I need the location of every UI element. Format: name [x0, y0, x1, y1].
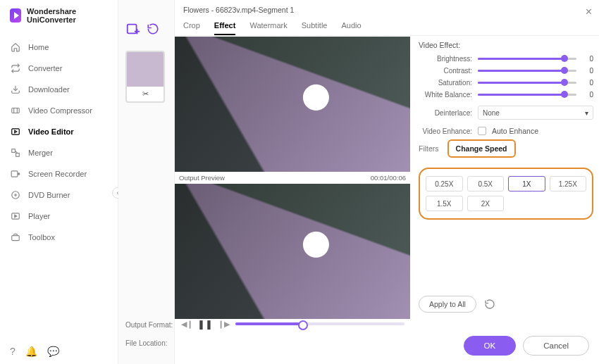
speed-1X[interactable]: 1X [508, 176, 545, 192]
auto-enhance-text: Auto Enhance [492, 127, 538, 135]
effect-slider-1[interactable] [478, 70, 576, 72]
video-effect-heading: Video Effect: [419, 41, 593, 49]
svg-point-11 [12, 192, 20, 199]
sidebar-item-record[interactable]: Screen Recorder [0, 163, 118, 184]
preview-area: Output Preview 00:01/00:06 [175, 37, 410, 319]
reset-icon[interactable] [483, 298, 496, 310]
deinterlace-value: None [483, 109, 500, 117]
speed-options: 0.25X0.5X1X1.25X1.5X2X [419, 168, 593, 220]
tab-subtitle[interactable]: Subtitle [302, 21, 328, 35]
effect-slider-label: Contrast: [419, 67, 472, 75]
sidebar-item-convert[interactable]: Converter [0, 58, 118, 79]
sidebar-nav: HomeConverterDownloaderVideo CompressorV… [0, 37, 118, 248]
sidebar-item-label: Video Editor [28, 127, 74, 136]
svg-rect-7 [16, 153, 20, 157]
home-icon [10, 42, 21, 53]
svg-rect-1 [12, 108, 20, 113]
sidebar-item-dvd[interactable]: DVD Burner [0, 184, 118, 206]
speed-2X[interactable]: 2X [467, 196, 505, 211]
effect-slider-3[interactable] [478, 94, 576, 96]
tab-effect[interactable]: Effect [214, 21, 236, 35]
brand: Wondershare UniConverter [0, 0, 118, 31]
svg-rect-9 [11, 171, 18, 177]
clip-thumbnail[interactable] [125, 51, 165, 103]
merge-icon [10, 147, 21, 158]
sidebar-item-home[interactable]: Home [0, 37, 118, 58]
effect-slider-value: 0 [582, 67, 593, 75]
effect-slider-value: 0 [582, 55, 593, 63]
sidebar-item-play[interactable]: Player [0, 206, 118, 227]
effect-panel: Video Effect: Brightness:0Contrast:0Satu… [419, 41, 593, 220]
apply-to-all-button[interactable]: Apply to All [419, 296, 476, 313]
auto-enhance-checkbox[interactable] [478, 127, 486, 135]
svg-point-10 [18, 173, 20, 175]
tab-watermark[interactable]: Watermark [249, 21, 287, 35]
editor-title: Flowers - 66823v.mp4-Segment 1 [175, 0, 599, 17]
cancel-button[interactable]: Cancel [523, 336, 589, 356]
speed-0_25X[interactable]: 0.25X [426, 176, 463, 192]
effect-slider-value: 0 [582, 79, 593, 87]
svg-point-12 [15, 194, 16, 196]
compress-icon [10, 105, 21, 116]
speed-0_5X[interactable]: 0.5X [467, 176, 505, 192]
preview-time: 00:01/00:06 [371, 174, 406, 182]
sidebar-item-label: Converter [28, 64, 62, 73]
close-icon[interactable]: × [586, 6, 592, 18]
output-format-label: Output Format: [125, 321, 173, 329]
sidebar-item-label: Toolbox [28, 233, 55, 241]
original-preview [175, 37, 410, 172]
tab-audio[interactable]: Audio [341, 21, 361, 35]
sidebar-item-label: Merger [28, 149, 53, 157]
pause-button[interactable]: ❚❚ [199, 318, 211, 330]
sidebar-item-download[interactable]: Downloader [0, 79, 118, 100]
bell-icon[interactable]: 🔔 [25, 346, 37, 357]
prev-frame-button[interactable]: ◀❙ [180, 318, 193, 330]
chevron-down-icon: ▾ [585, 109, 588, 117]
effect-slider-label: Saturation: [419, 79, 472, 87]
subtab-filters[interactable]: Filters [419, 144, 439, 153]
output-preview [175, 184, 410, 319]
refresh-icon[interactable] [147, 23, 159, 35]
add-file-icon[interactable] [125, 21, 141, 37]
svg-rect-6 [12, 149, 16, 153]
enhance-label: Video Enhance: [419, 127, 472, 135]
sidebar-item-toolbox[interactable]: Toolbox [0, 227, 118, 248]
footer-icons: ? 🔔 💬 [10, 346, 59, 357]
effect-subtabs: FiltersChange Speed [419, 139, 593, 158]
chat-icon[interactable]: 💬 [47, 346, 59, 357]
dvd-icon [10, 189, 21, 201]
sidebar-item-label: Home [28, 43, 49, 51]
effect-slider-label: Brightness: [419, 55, 472, 63]
deinterlace-label: Deinterlace: [419, 109, 472, 117]
effect-editor: Flowers - 66823v.mp4-Segment 1 × CropEff… [175, 0, 599, 364]
download-icon [10, 84, 21, 95]
deinterlace-select[interactable]: None ▾ [478, 106, 593, 120]
effect-slider-value: 0 [582, 91, 593, 99]
output-preview-label: Output Preview [179, 174, 225, 182]
next-frame-button[interactable]: ❙▶ [217, 318, 230, 330]
sidebar-item-label: DVD Burner [28, 191, 70, 199]
sidebar-item-editor[interactable]: Video Editor [0, 121, 118, 142]
sidebar-item-label: Video Compressor [28, 106, 92, 115]
play-icon [10, 211, 21, 222]
svg-rect-15 [12, 236, 20, 241]
help-icon[interactable]: ? [10, 346, 16, 357]
sidebar-item-label: Screen Recorder [28, 170, 87, 178]
ok-button[interactable]: OK [464, 336, 517, 356]
speed-1_25X[interactable]: 1.25X [550, 176, 587, 192]
sidebar-item-compress[interactable]: Video Compressor [0, 100, 118, 121]
svg-marker-14 [15, 215, 17, 218]
brand-logo-icon [10, 8, 21, 23]
sidebar-item-label: Downloader [28, 85, 70, 94]
sidebar-item-label: Player [28, 212, 50, 220]
svg-rect-4 [12, 129, 20, 134]
tab-crop[interactable]: Crop [183, 21, 200, 35]
toolbox-icon [10, 232, 21, 243]
subtab-change-speed[interactable]: Change Speed [447, 139, 516, 158]
speed-1_5X[interactable]: 1.5X [426, 196, 463, 211]
timeline-slider[interactable] [235, 322, 405, 325]
sidebar-item-merge[interactable]: Merger [0, 142, 118, 163]
effect-slider-0[interactable] [478, 58, 576, 60]
svg-marker-5 [15, 130, 17, 133]
effect-slider-2[interactable] [478, 82, 576, 84]
